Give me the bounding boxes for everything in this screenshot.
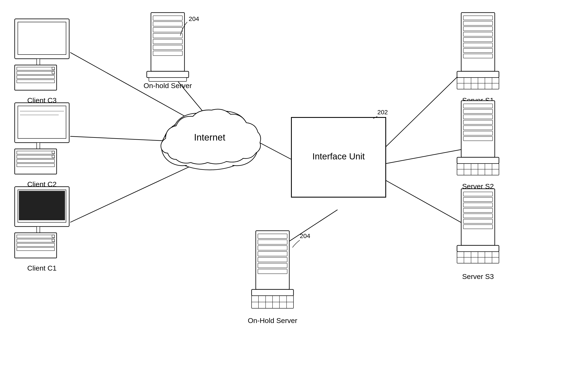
c3-monitor-neck <box>37 59 40 65</box>
ref-202: 202 <box>377 109 388 116</box>
ref-204-bottom: 204 <box>300 232 310 239</box>
c1-screen-fill <box>19 191 65 220</box>
label-c1: Client C1 <box>27 264 57 272</box>
s2-base <box>457 157 499 164</box>
c2-monitor-neck <box>37 142 40 149</box>
onhold-bottom-body <box>256 231 289 290</box>
onhold-top-base <box>147 71 189 78</box>
label-s3: Server S3 <box>462 272 494 280</box>
s3-base <box>457 246 499 252</box>
label-onhold-bottom: On-Hold Server <box>248 316 297 324</box>
c2-cpu <box>15 149 57 174</box>
label-onhold-top: On-hold Server <box>144 82 192 90</box>
c2-monitor-screen <box>18 106 66 138</box>
c3-monitor-screen <box>18 22 66 54</box>
onhold-bottom-base <box>252 290 293 296</box>
line-interface-onhold-bottom <box>289 210 338 241</box>
s1-base <box>457 71 499 78</box>
onhold-top-body <box>151 12 184 71</box>
ref-204-top: 204 <box>189 15 199 22</box>
interface-unit-label: Interface Unit <box>312 152 365 161</box>
internet-label: Internet <box>194 132 225 142</box>
c1-monitor-neck <box>37 226 40 233</box>
s1-body <box>461 12 495 71</box>
internet-cloud: Internet <box>161 109 261 170</box>
onhold-top-feet <box>149 78 187 82</box>
c3-cpu <box>15 65 57 90</box>
ref-204-bottom-bracket <box>292 240 300 248</box>
c1-cpu <box>15 233 57 258</box>
network-diagram: Client C3 Client C2 Client C1 204 <box>0 0 583 392</box>
